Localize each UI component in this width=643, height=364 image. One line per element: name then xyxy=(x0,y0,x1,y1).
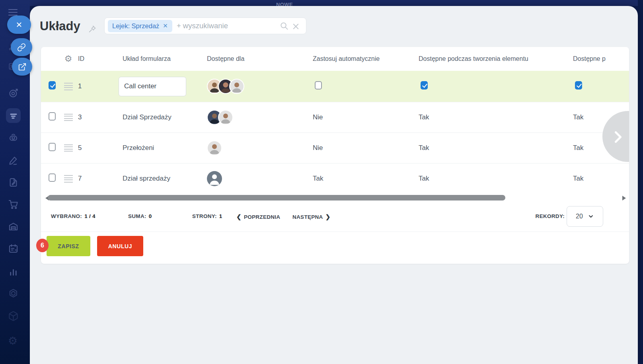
table-header-row: ⚙ ID Układ formularza Dostępne dla Zasto… xyxy=(41,47,629,71)
available-on-create-value: Tak xyxy=(417,144,571,152)
filter-tag[interactable]: Lejek: Sprzedaż ✕ xyxy=(108,20,172,32)
column-header-available-next[interactable]: Dostępne p xyxy=(571,55,629,62)
layout-name: Przełożeni xyxy=(117,144,205,152)
layout-name-input[interactable] xyxy=(119,77,186,96)
column-header-available-on-create[interactable]: Dostępne podczas tworzenia elementu xyxy=(417,55,571,62)
horizontal-scrollbar[interactable] xyxy=(48,195,505,200)
available-next-checkbox[interactable] xyxy=(575,81,582,90)
background-top-nav: NOWE xyxy=(30,0,643,6)
column-header-users[interactable]: Dostępne dla xyxy=(205,55,311,62)
row-id: 5 xyxy=(76,144,117,152)
drag-handle-icon[interactable] xyxy=(64,144,73,152)
row-select-checkbox[interactable] xyxy=(49,81,56,90)
target-icon[interactable] xyxy=(8,88,19,99)
external-link-icon[interactable] xyxy=(12,58,32,76)
next-page-button[interactable]: NASTĘPNA ❯ xyxy=(292,213,331,220)
cancel-button[interactable]: ANULUJ xyxy=(97,236,143,256)
page-title: Układy xyxy=(40,19,80,33)
generic-user-avatar-icon[interactable] xyxy=(207,171,222,186)
shopping-cart-icon[interactable] xyxy=(8,199,19,210)
row-id: 3 xyxy=(76,113,117,121)
table-row: 1 xyxy=(41,71,629,102)
notification-badge: 6 xyxy=(36,239,49,252)
background-nav-item-nowe[interactable]: NOWE xyxy=(276,2,293,6)
chevron-right-icon: ❯ xyxy=(325,213,331,220)
available-on-create-value: Tak xyxy=(417,175,571,183)
table-row: 3 Dział Sprzedaży Nie Tak Tak xyxy=(41,102,629,132)
selected-count-label: WYBRANO: xyxy=(51,213,82,219)
search-icon[interactable] xyxy=(280,21,289,31)
available-on-create-checkbox[interactable] xyxy=(421,81,428,90)
divider xyxy=(41,232,629,232)
auto-apply-checkbox[interactable] xyxy=(315,81,322,90)
chevron-left-icon: ❮ xyxy=(236,213,242,220)
avatar-group xyxy=(207,79,311,94)
background-page-strip xyxy=(638,0,643,364)
filter-tag-remove-icon[interactable]: ✕ xyxy=(163,22,168,29)
settings-gear-icon[interactable]: ⚙ xyxy=(8,336,19,346)
records-per-page-select[interactable]: 20 xyxy=(567,206,603,227)
screen: NOWE xyxy=(0,0,643,364)
search-input[interactable]: + wyszukiwanie xyxy=(177,21,228,30)
table-row: 7 Dział sprzedaży Tak Tak Tak xyxy=(41,163,629,194)
row-select-checkbox[interactable] xyxy=(49,173,56,182)
avatar-group xyxy=(207,171,311,186)
records-per-page-value: 20 xyxy=(576,213,583,220)
scroll-right-arrow[interactable] xyxy=(622,196,628,200)
selected-count-value: 1 / 4 xyxy=(84,213,95,219)
pencil-icon[interactable] xyxy=(8,155,19,166)
drag-handle-icon[interactable] xyxy=(64,83,73,90)
sum-value: 0 xyxy=(149,213,152,219)
auto-apply-value: Nie xyxy=(311,144,417,152)
pin-icon[interactable] xyxy=(88,25,97,33)
filter-funnel-icon[interactable] xyxy=(6,108,21,123)
previous-page-label: POPRZEDNIA xyxy=(244,214,281,220)
search-bar[interactable]: Lejek: Sprzedaż ✕ + wyszukiwanie xyxy=(104,18,306,34)
save-button[interactable]: ZAPISZ xyxy=(47,236,90,256)
document-edit-icon[interactable] xyxy=(8,177,19,188)
previous-page-button[interactable]: ❮ POPRZEDNIA xyxy=(236,213,280,220)
bar-chart-icon[interactable] xyxy=(8,266,19,277)
close-icon[interactable] xyxy=(7,16,31,34)
avatar[interactable] xyxy=(229,79,244,94)
link-icon[interactable] xyxy=(11,38,32,56)
pages: STRONY: 1 xyxy=(192,213,222,219)
avatar-group xyxy=(207,140,311,156)
row-select-checkbox[interactable] xyxy=(49,112,56,121)
selected-count: WYBRANO: 1 / 4 xyxy=(51,213,95,219)
package-icon[interactable] xyxy=(8,311,19,321)
chevron-down-icon xyxy=(588,213,594,220)
available-next-value: Tak xyxy=(571,175,629,183)
table-settings-gear-icon[interactable]: ⚙ xyxy=(64,55,72,63)
pages-value: 1 xyxy=(219,213,222,219)
sidebar: ⚙ xyxy=(0,0,30,364)
drag-handle-icon[interactable] xyxy=(64,175,73,183)
chevron-right-icon xyxy=(610,129,625,144)
auto-apply-value: Tak xyxy=(311,175,417,183)
layouts-table: ⚙ ID Układ formularza Dostępne dla Zasto… xyxy=(41,47,629,264)
clear-search-icon[interactable] xyxy=(291,22,300,31)
drag-handle-icon[interactable] xyxy=(64,114,73,121)
table-row: 5 Przełożeni Nie Tak Tak xyxy=(41,132,629,163)
hamburger-menu-icon[interactable] xyxy=(8,9,18,16)
records-label: REKORDY: xyxy=(511,213,565,219)
auto-apply-value: Nie xyxy=(311,113,417,121)
avatar-group xyxy=(207,110,311,125)
hexagon-icon[interactable] xyxy=(8,288,19,299)
filter-tag-label: Lejek: Sprzedaż xyxy=(112,22,159,30)
calendar-tasks-icon[interactable] xyxy=(8,243,19,254)
row-id: 7 xyxy=(76,175,117,183)
avatar[interactable] xyxy=(207,140,222,156)
warehouse-icon[interactable] xyxy=(8,221,19,232)
layout-name: Dział Sprzedaży xyxy=(117,113,205,121)
column-header-id[interactable]: ID xyxy=(76,55,117,62)
robot-icon[interactable] xyxy=(8,132,19,143)
column-header-layout[interactable]: Układ formularza xyxy=(117,55,205,62)
sum: SUMA: 0 xyxy=(128,213,152,219)
pages-label: STRONY: xyxy=(192,213,217,219)
next-page-label: NASTĘPNA xyxy=(292,214,323,220)
layout-name: Dział sprzedaży xyxy=(117,175,205,183)
column-header-auto-apply[interactable]: Zastosuj automatycznie xyxy=(311,55,417,62)
row-select-checkbox[interactable] xyxy=(49,143,56,151)
avatar[interactable] xyxy=(218,110,233,125)
